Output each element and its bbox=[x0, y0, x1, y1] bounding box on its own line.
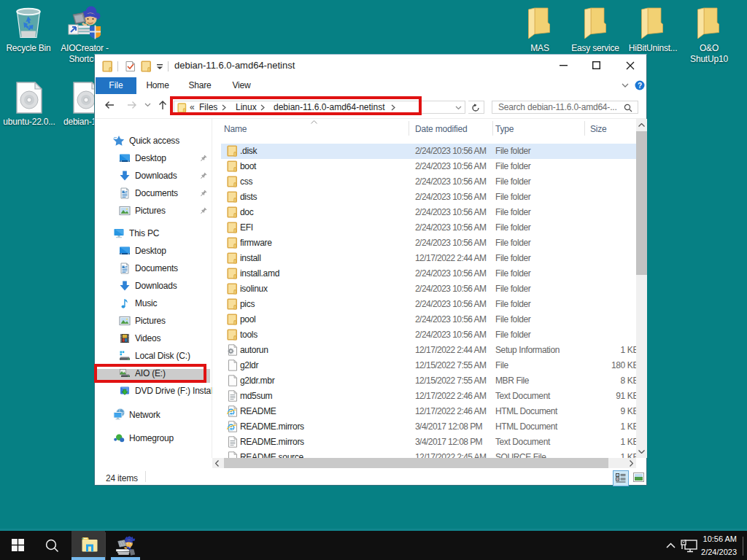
svg-text:?: ? bbox=[638, 82, 642, 90]
